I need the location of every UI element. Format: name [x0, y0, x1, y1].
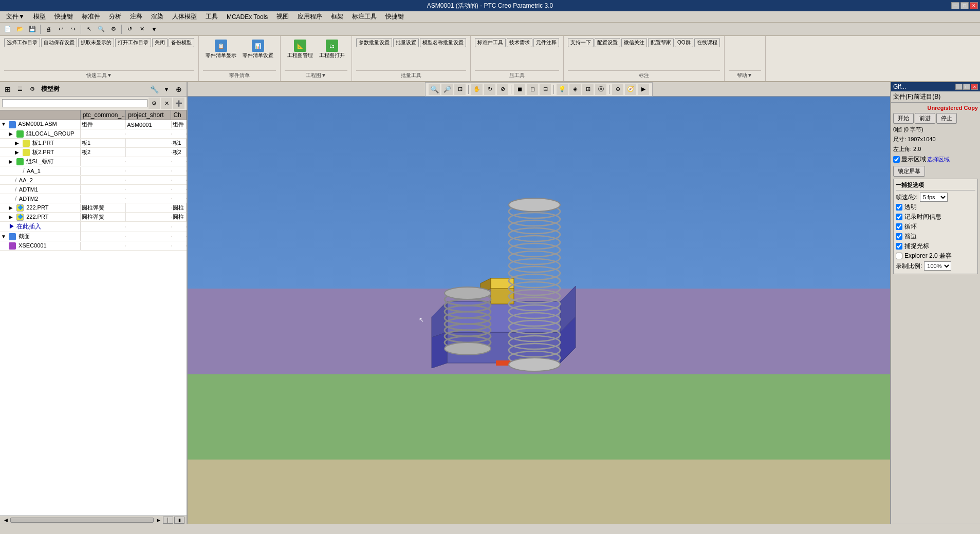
zoom-area-btn[interactable]: ⊡	[454, 84, 466, 95]
menu-apps[interactable]: 应用程序	[293, 11, 326, 22]
search-clear-btn[interactable]: ✕	[161, 98, 172, 109]
menu-mcadex[interactable]: MCADEx Tools	[223, 12, 272, 22]
zoom-out-btn[interactable]: 🔎	[441, 84, 453, 95]
panel-add-btn[interactable]: ⊕	[173, 84, 184, 95]
btn-wechat[interactable]: 微信关注	[621, 38, 647, 47]
tree-scrollbar[interactable]: ◀ ▶ │ ▮	[0, 516, 187, 524]
new-button[interactable]: 📄	[2, 24, 13, 35]
tree-row-aa2[interactable]: / AA_2	[0, 176, 187, 185]
btn-qq[interactable]: QQ群	[675, 38, 693, 47]
btn-batch-settings[interactable]: 批量设置	[393, 38, 419, 47]
tree-row-section[interactable]: ▼ 截面	[0, 232, 187, 241]
scroll-left-btn[interactable]: ◀	[2, 517, 9, 524]
menu-annotation[interactable]: 注释	[126, 11, 146, 22]
panel-grid-btn[interactable]: ⊞	[2, 84, 13, 95]
fit-btn[interactable]: ⊕	[612, 84, 623, 95]
menu-model[interactable]: 模型	[29, 11, 50, 22]
select-button[interactable]: ↖	[83, 24, 95, 35]
menu-hotkeys[interactable]: 快捷键	[381, 11, 408, 22]
expand-ban1[interactable]: ▶	[15, 140, 21, 146]
panel-settings-btn[interactable]: ⚙	[27, 84, 38, 95]
btn-bom-show[interactable]: 📋 零件清单显示	[203, 38, 239, 60]
menu-human[interactable]: 人体模型	[168, 11, 201, 22]
zoom-in-btn[interactable]: 🔍	[429, 84, 440, 95]
close-button[interactable]: ✕	[970, 2, 978, 9]
btn-config[interactable]: 配置设置	[595, 38, 620, 47]
start-btn[interactable]: 开始	[893, 113, 914, 124]
forward-btn[interactable]: 前进	[915, 113, 935, 124]
shading-btn[interactable]: ◼	[514, 84, 525, 95]
expand-local-group[interactable]: ▶	[9, 131, 15, 137]
btn-course[interactable]: 在线课程	[694, 38, 720, 47]
btn-backup[interactable]: 备份模型	[169, 38, 194, 47]
view-more-btn[interactable]: ▶	[638, 84, 649, 95]
tree-row-ban1[interactable]: ▶ 板1.PRT 板1 板1	[0, 139, 187, 148]
btn-config-home[interactable]: 配置帮家	[648, 38, 674, 47]
menu-render[interactable]: 渲染	[147, 11, 168, 22]
expand-222b[interactable]: ▶	[9, 214, 15, 220]
transparent-checkbox[interactable]	[896, 204, 902, 211]
menu-markup[interactable]: 标注工具	[348, 11, 381, 22]
perspective-btn[interactable]: ◈	[569, 84, 581, 95]
zoom-button[interactable]: 🔍	[96, 24, 107, 35]
btn-tech-req[interactable]: 技术需求	[507, 38, 532, 47]
record-time-checkbox[interactable]	[896, 214, 902, 220]
save-button[interactable]: 💾	[27, 24, 38, 35]
print-button[interactable]: 🖨	[43, 24, 54, 35]
smooth-cursor-checkbox[interactable]	[896, 243, 902, 250]
wireframe-btn[interactable]: ◻	[527, 84, 538, 95]
tree-row-sl-group[interactable]: ▶ 组SL_螺钉	[0, 157, 187, 166]
btn-select-workdir[interactable]: 选择工作目录	[4, 38, 40, 47]
tree-row-xsec[interactable]: XSEC0001	[0, 241, 187, 251]
tree-row-asm0001[interactable]: ▼ ASM0001.ASM 组件 ASM0001 组件	[0, 120, 187, 129]
panel-filter-btn[interactable]: 🔧	[149, 84, 160, 95]
rotate-btn[interactable]: ↻	[484, 84, 495, 95]
minimize-button[interactable]: ─	[951, 2, 959, 9]
btn-standard-tools[interactable]: 标准件工具	[475, 38, 506, 47]
section-btn[interactable]: ⊘	[497, 84, 508, 95]
undo-button[interactable]: ↩	[55, 24, 66, 35]
horizontal-scrollbar[interactable]	[10, 518, 154, 523]
expand-ban2[interactable]: ▶	[15, 149, 21, 155]
tree-row-222b[interactable]: ▶ 🔷 222.PRT 圆柱弹簧 圆柱	[0, 213, 187, 222]
btn-part-note[interactable]: 元件注释	[533, 38, 559, 47]
btn-bom-settings[interactable]: 📊 零件清单设置	[240, 38, 276, 60]
scroll-size-btn[interactable]: │	[163, 517, 173, 524]
menu-forward-b[interactable]: 前进目(B)	[914, 92, 940, 101]
gif-maximize-btn[interactable]: □	[963, 84, 970, 90]
draw-border-checkbox[interactable]	[896, 233, 902, 240]
close2-button[interactable]: ✕	[136, 24, 147, 35]
expand-asm0001[interactable]: ▼	[1, 121, 7, 127]
fps-select[interactable]: 5 fps 10 fps 15 fps 30 fps	[920, 193, 948, 202]
gif-minimize-btn[interactable]: ─	[955, 84, 963, 90]
select-region-label[interactable]: 选择区域	[927, 156, 950, 163]
expand-section[interactable]: ▼	[1, 234, 7, 239]
btn-support[interactable]: 支持一下	[568, 38, 594, 47]
tree-row-ban2[interactable]: ▶ 板2.PRT 板2 板2	[0, 148, 187, 157]
search-add-btn[interactable]: ➕	[173, 98, 184, 109]
pan-btn[interactable]: ✋	[471, 84, 483, 95]
expand-222a[interactable]: ▶	[9, 205, 15, 211]
lights-btn[interactable]: 💡	[557, 84, 568, 95]
tree-row-adtm1[interactable]: / ADTM1	[0, 185, 187, 194]
btn-drawing-mgmt[interactable]: 📐 工程图管理	[285, 38, 316, 60]
menu-standard[interactable]: 标准件	[78, 11, 104, 22]
menu-tools[interactable]: 工具	[201, 11, 222, 22]
menu-frame[interactable]: 框架	[327, 11, 347, 22]
tree-row-local-group[interactable]: ▶ 组LOCAL_GROUP	[0, 129, 187, 139]
btn-autosave[interactable]: 自动保存设置	[41, 38, 77, 47]
orient-btn[interactable]: 🧭	[625, 84, 636, 95]
regen-button[interactable]: ↺	[124, 24, 135, 35]
open-button[interactable]: 📂	[14, 24, 26, 35]
options-button[interactable]: ▼	[149, 24, 160, 35]
tree-row-aa1[interactable]: / AA_1	[0, 166, 187, 176]
explorer-checkbox[interactable]	[896, 253, 902, 259]
loop-checkbox[interactable]	[896, 223, 902, 230]
expand-sl-group[interactable]: ▶	[9, 159, 15, 164]
btn-open-workdir[interactable]: 打开工作目录	[115, 38, 151, 47]
btn-drawing-open[interactable]: 🗂 工程图打开	[317, 38, 347, 60]
stop-btn[interactable]: 停止	[936, 113, 957, 124]
menu-analysis[interactable]: 分析	[105, 11, 125, 22]
search-input[interactable]	[2, 99, 147, 107]
capture-screen-btn[interactable]: 锁定屏幕	[893, 166, 925, 177]
